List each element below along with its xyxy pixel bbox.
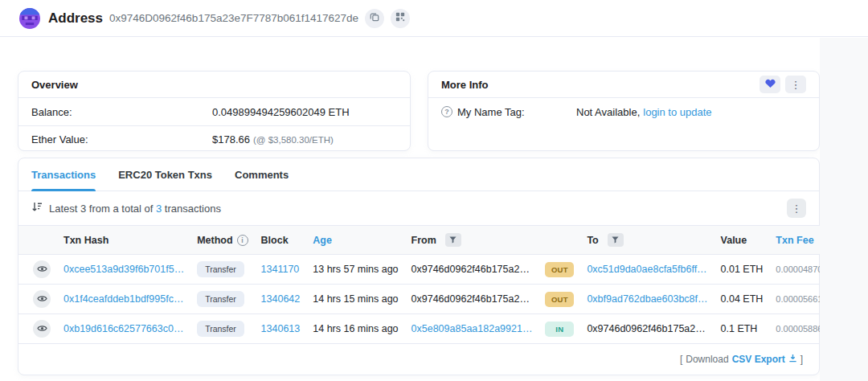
page-right-gutter [820, 38, 868, 381]
column-header-method: Method i [190, 226, 254, 255]
page-title: Address [48, 10, 103, 27]
transaction-row: 0x1f4ceafddeb1bdf995fc… Transfer 1340642… [18, 285, 849, 314]
eye-icon [37, 293, 47, 305]
from-address: 0x9746d0962f46b175a2… [411, 293, 530, 305]
copy-address-button[interactable] [365, 9, 384, 28]
eye-icon [37, 264, 47, 276]
tab-bar: TransactionsERC20 Token TxnsComments [18, 158, 819, 191]
txn-hash-link[interactable]: 0xcee513a9d39f6b701f5… [63, 264, 184, 275]
table-options-button[interactable]: ⋮ [787, 199, 806, 218]
sort-icon [31, 202, 43, 215]
more-info-card: More Info ⋮ ? My Name Tag: Not [428, 71, 820, 151]
filter-funnel-icon [449, 234, 457, 246]
transaction-row: 0xcee513a9d39f6b701f5… Transfer 1341170 … [18, 255, 849, 285]
more-info-card-header: More Info ⋮ [428, 72, 819, 98]
column-header-from: From [405, 226, 539, 255]
to-filter-button[interactable] [608, 233, 624, 247]
preview-transaction-button[interactable] [33, 320, 51, 338]
column-header-eye [18, 226, 57, 255]
address-blockie-avatar [19, 8, 40, 29]
transactions-card: TransactionsERC20 Token TxnsComments Lat… [18, 158, 820, 375]
more-info-options-button[interactable]: ⋮ [785, 76, 806, 93]
direction-badge: OUT [545, 292, 574, 307]
column-header-txn-hash: Txn Hash [57, 226, 190, 255]
from-address[interactable]: 0x5e809a85aa182a9921… [411, 323, 533, 334]
balance-label: Balance: [31, 106, 212, 118]
ether-value: $178.66 [212, 133, 250, 145]
transactions-toolbar: Latest 3 from a total of 3 transactions … [18, 191, 819, 225]
balance-row: Balance: 0.049899494259602049 ETH [18, 98, 410, 125]
ether-rate: (@ $3,580.30/ETH) [253, 135, 334, 145]
method-badge: Transfer [197, 321, 244, 337]
more-info-title: More Info [441, 79, 489, 91]
question-circle-icon: ? [441, 106, 452, 117]
direction-badge: OUT [545, 262, 574, 277]
info-circle-icon: i [237, 235, 248, 246]
tab-comments[interactable]: Comments [235, 158, 289, 190]
value-text: 0.04 ETH [721, 293, 764, 305]
vertical-dots-icon: ⋮ [792, 203, 802, 215]
overview-title: Overview [31, 79, 78, 91]
tab-transactions[interactable]: Transactions [31, 158, 96, 190]
name-tag-row: ? My Name Tag: Not Available, login to u… [428, 98, 819, 125]
name-tag-value: Not Available, [576, 106, 640, 118]
transactions-summary: Latest 3 from a total of 3 transactions [49, 203, 221, 215]
vertical-dots-icon: ⋮ [791, 80, 801, 90]
balance-value: 0.049899494259602049 ETH [212, 106, 350, 118]
filter-funnel-icon [612, 234, 619, 246]
download-icon [788, 354, 797, 365]
overview-card-header: Overview [18, 72, 410, 98]
heart-icon [765, 79, 776, 90]
block-link[interactable]: 1341170 [261, 264, 300, 275]
transactions-table: Txn Hash Method i Block Age From [18, 225, 849, 344]
to-address[interactable]: 0xbf9ad762dbae603bc8f… [587, 293, 707, 305]
tab-erc20-token-txns[interactable]: ERC20 Token Txns [118, 158, 212, 190]
download-label: Download [686, 354, 728, 365]
transactions-body: 0xcee513a9d39f6b701f5… Transfer 1341170 … [18, 255, 849, 344]
age-text: 14 hrs 16 mins ago [313, 323, 398, 334]
preview-transaction-button[interactable] [33, 290, 51, 308]
txn-hash-link[interactable]: 0xb19d616c62577663c0… [63, 323, 183, 334]
value-text: 0.01 ETH [721, 264, 764, 275]
table-footer: [ Download CSV Export ] [18, 344, 819, 375]
column-header-age[interactable]: Age [306, 226, 404, 255]
ether-value-label: Ether Value: [31, 133, 212, 145]
to-address[interactable]: 0xc51d9da0ae8cfa5fb6ff… [587, 264, 706, 275]
column-header-direction [538, 226, 580, 255]
qr-code-button[interactable] [391, 9, 410, 28]
name-tag-label: My Name Tag: [457, 106, 525, 118]
copy-icon [370, 12, 379, 24]
preview-transaction-button[interactable] [33, 260, 51, 278]
to-address: 0x9746d0962f46b175a2… [587, 323, 705, 334]
table-header-row: Txn Hash Method i Block Age From [18, 226, 849, 255]
csv-export-link[interactable]: CSV Export [732, 354, 797, 365]
address-hash: 0x9746D0962f46b175a23e7F7787b061f1417627… [109, 12, 358, 24]
transactions-count-link[interactable]: 3 [156, 203, 162, 215]
age-text: 14 hrs 15 mins ago [313, 293, 398, 305]
column-header-value: Value [714, 226, 770, 255]
method-badge: Transfer [197, 291, 244, 307]
column-header-block: Block [255, 226, 307, 255]
block-link[interactable]: 1340642 [261, 293, 301, 305]
favorite-button[interactable] [760, 76, 780, 93]
direction-badge: IN [545, 322, 574, 337]
column-header-to: To [580, 226, 714, 255]
age-text: 13 hrs 57 mins ago [313, 264, 398, 275]
value-text: 0.1 ETH [721, 323, 758, 334]
overview-card: Overview Balance: 0.049899494259602049 E… [18, 71, 411, 151]
method-badge: Transfer [197, 261, 244, 277]
login-to-update-link[interactable]: login to update [643, 106, 711, 118]
transaction-row: 0xb19d616c62577663c0… Transfer 1340613 1… [18, 314, 849, 344]
txn-hash-link[interactable]: 0x1f4ceafddeb1bdf995fc… [63, 293, 183, 305]
block-link[interactable]: 1340613 [261, 323, 301, 334]
eye-icon [37, 323, 47, 335]
from-address: 0x9746d0962f46b175a2… [411, 264, 530, 275]
qr-code-icon [395, 12, 405, 24]
ether-value-row: Ether Value: $178.66 (@ $3,580.30/ETH) [18, 125, 410, 153]
from-filter-button[interactable] [445, 233, 461, 247]
address-header-bar: Address 0x9746D0962f46b175a23e7F7787b061… [0, 0, 868, 37]
